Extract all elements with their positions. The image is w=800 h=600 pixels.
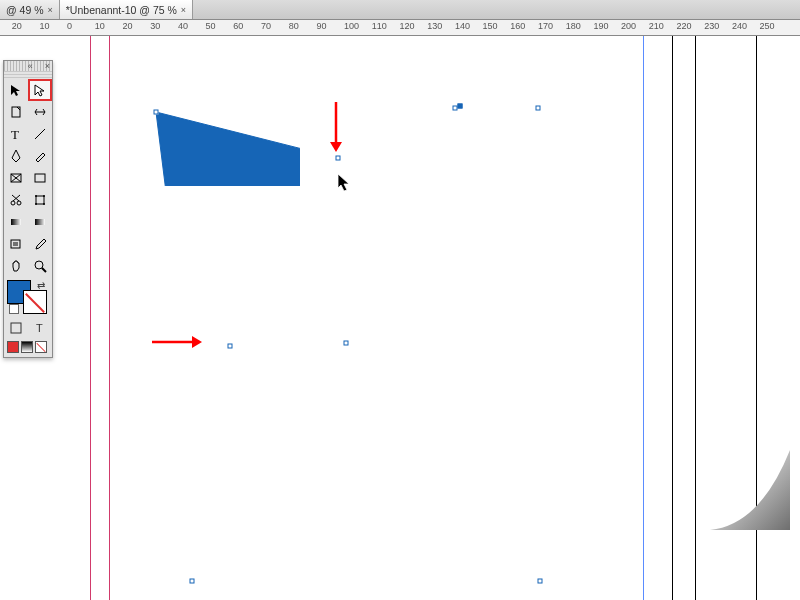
ruler-tick: 20 [129,20,139,30]
ruler-tick: 30 [156,20,166,30]
ruler-tick: 200 [627,20,642,30]
page-tool[interactable] [4,101,28,123]
gradient-swatch-tool[interactable] [4,211,28,233]
stroke-swatch[interactable] [23,290,47,314]
page-curl-icon [710,450,790,530]
svg-marker-3 [192,336,202,348]
horizontal-ruler[interactable]: 3020100102030405060708090100110120130140… [0,20,800,36]
svg-rect-18 [11,219,21,225]
line-tool[interactable] [28,123,52,145]
ruler-tick: 100 [350,20,365,30]
normal-mode-icon[interactable] [4,317,28,339]
ruler-tick: 160 [516,20,531,30]
anchor-handle[interactable] [536,106,541,111]
svg-rect-25 [11,323,21,333]
ruler-tick: 240 [738,20,753,30]
fill-stroke-swatch[interactable]: ⇄ [4,277,52,317]
svg-point-16 [35,203,37,205]
swap-fill-stroke-icon[interactable]: ⇄ [37,280,45,291]
rectangle-tool[interactable] [28,167,52,189]
svg-rect-19 [35,219,45,225]
ruler-tick: 0 [73,20,78,30]
note-tool[interactable] [4,233,28,255]
svg-marker-1 [330,142,342,152]
svg-rect-13 [36,196,44,204]
ruler-tick: 250 [766,20,781,30]
page-edge [756,36,757,600]
type-tool[interactable]: T [4,123,28,145]
free-transform-tool[interactable] [28,189,52,211]
preview-mode-icon[interactable]: T [28,317,52,339]
ruler-tick: 10 [45,20,55,30]
svg-point-14 [35,195,37,197]
rectangle-frame-tool[interactable] [4,167,28,189]
anchor-handle[interactable] [154,110,159,115]
ruler-tick: 230 [710,20,725,30]
anchor-handle[interactable] [336,156,341,161]
zoom-tool[interactable] [28,255,52,277]
hand-tool[interactable] [4,255,28,277]
document-tabbar: @ 49 % × *Unbenannt-10 @ 75 % × [0,0,800,20]
close-icon[interactable]: × [48,5,53,15]
color-apply-row [4,339,52,357]
apply-gradient-icon[interactable] [21,341,33,353]
annotation-arrow-right [152,335,202,349]
anchor-handle[interactable] [538,579,543,584]
ruler-tick: 70 [267,20,277,30]
pen-tool[interactable] [4,145,28,167]
svg-point-23 [35,261,43,269]
apply-color-icon[interactable] [7,341,19,353]
svg-line-6 [35,129,45,139]
ruler-tick: 140 [461,20,476,30]
ruler-tick: 180 [572,20,587,30]
ruler-tick: 190 [599,20,614,30]
ruler-tick: 150 [489,20,504,30]
svg-rect-10 [35,174,45,182]
eyedropper-tool[interactable] [28,233,52,255]
svg-point-17 [43,203,45,205]
document-tab-2[interactable]: *Unbenannt-10 @ 75 % × [60,0,193,19]
document-tab-1[interactable]: @ 49 % × [0,0,60,19]
svg-text:T: T [11,127,19,141]
ruler-tick: 20 [18,20,28,30]
gradient-feather-tool[interactable] [28,211,52,233]
canvas[interactable] [0,36,800,600]
direct-selection-tool[interactable] [28,79,52,101]
ruler-tick: 90 [322,20,332,30]
gap-tool[interactable] [28,101,52,123]
center-handle[interactable] [344,341,349,346]
svg-point-11 [11,201,15,205]
apply-none-icon[interactable] [35,341,47,353]
ruler-tick: 130 [433,20,448,30]
ruler-tick: 210 [655,20,670,30]
mouse-cursor-icon [338,174,352,194]
annotation-arrow-down [329,102,343,152]
panel-header[interactable] [4,61,52,71]
pencil-tool[interactable] [28,145,52,167]
default-fill-stroke-icon[interactable] [9,304,19,314]
svg-text:T: T [36,322,43,334]
selection-tool[interactable] [4,79,28,101]
ruler-tick: 50 [212,20,222,30]
ruler-tick: 40 [184,20,194,30]
close-icon[interactable]: × [181,5,186,15]
page-edge [695,36,696,600]
ruler-tick: 120 [406,20,421,30]
panel-grip[interactable] [4,71,52,79]
ruler-guide[interactable] [643,36,644,600]
tab-label: @ 49 % [6,4,44,16]
svg-rect-20 [11,240,20,248]
scissors-tool[interactable] [4,189,28,211]
ruler-tick: 220 [683,20,698,30]
anchor-handle[interactable] [190,579,195,584]
ruler-tick: 10 [101,20,111,30]
selected-anchor-handle[interactable] [458,104,463,109]
anchor-handle[interactable] [228,344,233,349]
ruler-tick: 170 [544,20,559,30]
page-edge [672,36,673,600]
svg-point-15 [43,195,45,197]
tab-label: *Unbenannt-10 @ 75 % [66,4,177,16]
ruler-tick: 60 [239,20,249,30]
tools-panel[interactable]: T ⇄ T [3,60,53,358]
blue-polygon[interactable] [156,108,300,186]
